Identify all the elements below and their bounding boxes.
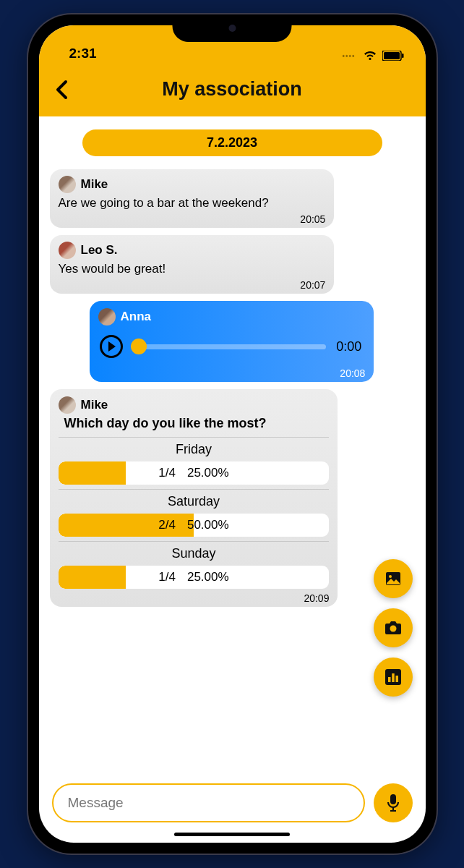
- status-time: 2:31: [69, 46, 97, 61]
- poll-ratio: 1/4: [158, 570, 176, 584]
- notch: [173, 14, 292, 42]
- poll-message[interactable]: Mike Which day do you like the most? Fri…: [50, 389, 338, 607]
- message-time: 20:08: [98, 367, 366, 379]
- poll-ratio: 1/4: [158, 466, 176, 480]
- svg-rect-7: [388, 677, 391, 682]
- camera-button[interactable]: [374, 608, 413, 647]
- poll-percent: 25.00%: [187, 466, 229, 480]
- poll-button[interactable]: [374, 658, 413, 697]
- message-bubble[interactable]: Mike Are we going to a bar at the weeken…: [50, 169, 335, 228]
- message-time: 20:07: [59, 279, 326, 291]
- message-bubble[interactable]: Leo S. Yes would be great! 20:07: [50, 235, 335, 294]
- sender-name: Anna: [121, 310, 152, 324]
- poll-question: Which day do you like the most?: [64, 416, 330, 431]
- message-text: Are we going to a bar at the weekend?: [59, 195, 326, 211]
- poll-percent: 25.00%: [187, 570, 229, 584]
- chat-header: My association: [39, 65, 426, 116]
- chat-body[interactable]: 7.2.2023 Mike Are we going to a bar at t…: [39, 116, 426, 776]
- avatar[interactable]: [59, 242, 76, 259]
- message-input[interactable]: Message: [52, 783, 365, 822]
- cell-dots: ••••: [342, 52, 355, 60]
- voice-message[interactable]: Anna 0:00 20:08: [90, 301, 374, 382]
- svg-rect-1: [384, 52, 400, 59]
- poll-option[interactable]: 1/4 25.00%: [59, 461, 330, 485]
- poll-percent: 50.00%: [187, 518, 229, 532]
- phone-frame: 2:31 •••• My association 7.2.2023: [28, 14, 437, 854]
- svg-rect-10: [390, 794, 396, 804]
- sender-name: Leo S.: [81, 243, 118, 258]
- poll-option-label: Friday: [59, 442, 330, 457]
- avatar[interactable]: [59, 396, 76, 414]
- image-icon: [384, 570, 402, 587]
- camera-icon: [384, 619, 403, 637]
- audio-track[interactable]: [133, 344, 327, 349]
- poll-option[interactable]: 2/4 50.00%: [59, 514, 330, 537]
- poll-ratio: 2/4: [158, 518, 176, 532]
- svg-point-5: [390, 626, 396, 632]
- voice-record-button[interactable]: [374, 783, 413, 822]
- home-indicator[interactable]: [174, 833, 290, 836]
- audio-knob[interactable]: [131, 339, 147, 354]
- gallery-button[interactable]: [374, 559, 413, 598]
- message-time: 20:09: [59, 592, 330, 604]
- avatar[interactable]: [98, 308, 116, 326]
- svg-point-4: [389, 575, 392, 578]
- svg-rect-2: [402, 54, 404, 58]
- poll-option-label: Saturday: [59, 494, 330, 509]
- divider: [59, 489, 330, 490]
- chat-title: My association: [53, 78, 411, 101]
- avatar[interactable]: [59, 176, 76, 193]
- screen: 2:31 •••• My association 7.2.2023: [39, 25, 426, 843]
- battery-icon: [382, 51, 404, 61]
- divider: [59, 437, 330, 438]
- svg-rect-8: [392, 673, 395, 682]
- audio-duration: 0:00: [336, 339, 361, 354]
- message-text: Yes would be great!: [59, 261, 326, 277]
- wifi-icon: [363, 50, 377, 61]
- action-buttons: [374, 559, 413, 697]
- message-time: 20:05: [59, 213, 326, 225]
- divider: [59, 541, 330, 542]
- poll-option-label: Sunday: [59, 546, 330, 561]
- sender-name: Mike: [81, 177, 108, 192]
- svg-rect-9: [395, 676, 398, 682]
- date-separator: 7.2.2023: [82, 129, 382, 156]
- poll-option[interactable]: 1/4 25.00%: [59, 566, 330, 589]
- mic-icon: [386, 793, 400, 812]
- chart-icon: [385, 669, 401, 685]
- play-icon[interactable]: [100, 335, 123, 358]
- sender-name: Mike: [81, 398, 108, 412]
- back-button[interactable]: [55, 80, 68, 100]
